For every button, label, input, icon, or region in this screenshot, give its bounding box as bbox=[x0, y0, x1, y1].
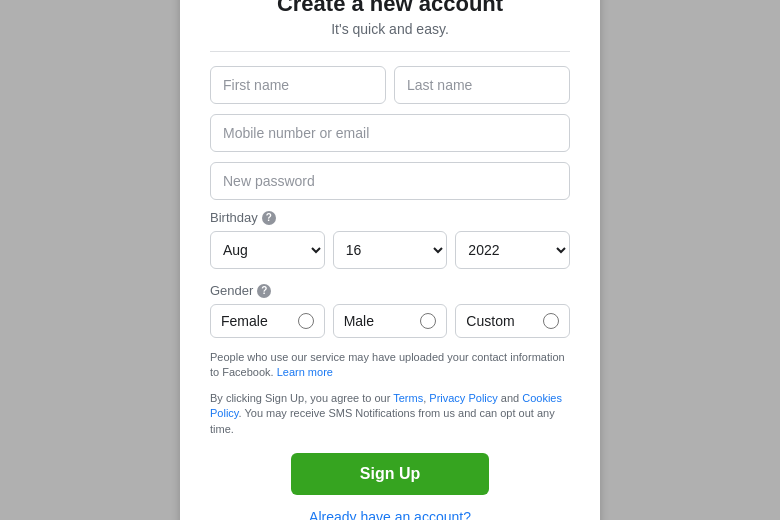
gender-male-radio[interactable] bbox=[420, 313, 436, 329]
birth-day-select[interactable]: 12345 678910 1112131415 1617181920 21222… bbox=[333, 231, 448, 269]
birthday-label: Birthday ? bbox=[210, 210, 570, 225]
terms-link[interactable]: Terms bbox=[393, 392, 423, 404]
mobile-input-wrapper bbox=[210, 114, 570, 152]
terms-text: By clicking Sign Up, you agree to our Te… bbox=[210, 391, 570, 437]
gender-female-radio[interactable] bbox=[298, 313, 314, 329]
birthday-row: Jan Feb Mar Apr May Jun Jul Aug Sep Oct … bbox=[210, 231, 570, 269]
mobile-email-input[interactable] bbox=[210, 114, 570, 152]
gender-help-icon[interactable]: ? bbox=[257, 284, 271, 298]
birthday-help-icon[interactable]: ? bbox=[262, 211, 276, 225]
birth-year-select[interactable]: 2024202320222021 2020201020001990 198019… bbox=[455, 231, 570, 269]
gender-custom-radio[interactable] bbox=[543, 313, 559, 329]
gender-label: Gender ? bbox=[210, 283, 570, 298]
last-name-input[interactable] bbox=[394, 66, 570, 104]
page-subtitle: It's quick and easy. bbox=[210, 21, 570, 37]
gender-male-option[interactable]: Male bbox=[333, 304, 448, 338]
gender-row: Female Male Custom bbox=[210, 304, 570, 338]
gender-male-label: Male bbox=[344, 313, 374, 329]
info-text: People who use our service may have uplo… bbox=[210, 350, 570, 381]
gender-female-label: Female bbox=[221, 313, 268, 329]
login-link[interactable]: Already have an account? bbox=[210, 509, 570, 520]
signup-card: Create a new account It's quick and easy… bbox=[180, 0, 600, 520]
name-row bbox=[210, 66, 570, 104]
password-input[interactable] bbox=[210, 162, 570, 200]
gender-custom-option[interactable]: Custom bbox=[455, 304, 570, 338]
gender-custom-label: Custom bbox=[466, 313, 514, 329]
first-name-input[interactable] bbox=[210, 66, 386, 104]
gender-female-option[interactable]: Female bbox=[210, 304, 325, 338]
signup-button[interactable]: Sign Up bbox=[291, 453, 489, 495]
birth-month-select[interactable]: Jan Feb Mar Apr May Jun Jul Aug Sep Oct … bbox=[210, 231, 325, 269]
page-title: Create a new account bbox=[210, 0, 570, 17]
privacy-link[interactable]: Privacy Policy bbox=[429, 392, 497, 404]
card-header: Create a new account It's quick and easy… bbox=[210, 0, 570, 37]
password-input-wrapper bbox=[210, 162, 570, 200]
learn-more-link[interactable]: Learn more bbox=[277, 366, 333, 378]
header-divider bbox=[210, 51, 570, 52]
